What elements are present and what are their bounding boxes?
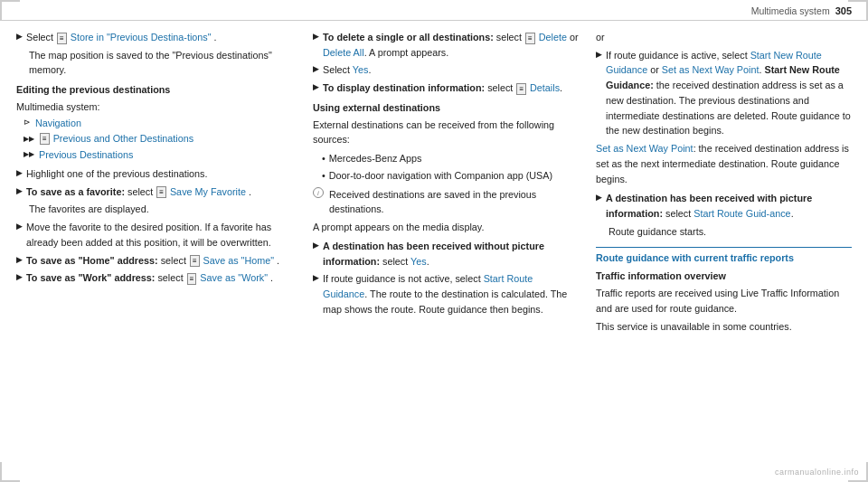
arrow-icon-yes: ▶ xyxy=(313,63,319,76)
yes-link: Yes xyxy=(353,64,369,75)
traffic-section-title: Route guidance with current traffic repo… xyxy=(596,250,852,266)
set-next-explanation: Set as Next Way Point: the received dest… xyxy=(596,141,852,186)
delete-all-link: Delete All xyxy=(323,47,364,58)
step-delete-text: To delete a single or all destinations: … xyxy=(323,30,580,60)
arrow-icon-intro: ▶ xyxy=(16,31,23,43)
traffic-text-1: Traffic reports are received using Live … xyxy=(596,286,852,316)
step-display-info: ▶ To display destination information: se… xyxy=(313,80,580,96)
save-favorite-label: To save as a favorite: xyxy=(26,186,125,197)
arrow-icon-work: ▶ xyxy=(16,271,23,284)
step-delete: ▶ To delete a single or all destinations… xyxy=(313,30,580,60)
step-save-work-text: To save as "Work" address: select ≡ Save… xyxy=(26,270,273,286)
corner-decoration-tr xyxy=(848,0,868,20)
bullet-dot-2: • xyxy=(322,168,326,184)
using-heading: Using external destinations xyxy=(313,100,580,116)
editing-sub: Multimedia system: xyxy=(16,99,297,115)
save-my-favorite-link: Save My Favorite xyxy=(170,186,246,197)
step-received-with-pic-text: A destination has been received with pic… xyxy=(606,191,852,221)
save-home-link: Save as "Home" xyxy=(203,255,274,266)
no-pic-label: A destination has been received without … xyxy=(323,241,544,267)
yes-link-2: Yes xyxy=(410,256,427,267)
watermark: carmanualonline.info xyxy=(775,468,859,477)
step-received-with-pic: ▶ A destination has been received with p… xyxy=(596,191,852,221)
step-received-no-pic: ▶ A destination has been received withou… xyxy=(313,239,580,269)
bullet-dot-1: • xyxy=(322,151,326,166)
step-active-guidance: ▶ If route guidance is active, select St… xyxy=(596,48,852,138)
arrow-icon-info: ▶ xyxy=(313,81,319,94)
menu-icon-work: ≡ xyxy=(187,273,197,285)
info-note-row: i Received destinations are saved in the… xyxy=(313,187,580,217)
menu-icon-details: ≡ xyxy=(516,83,526,95)
bullet-door-to-door: • Door-to-door navigation with Companion… xyxy=(322,168,580,184)
step-highlight: ▶ Highlight one of the previous destinat… xyxy=(16,166,297,182)
corner-decoration-bl xyxy=(0,462,20,482)
or-text: or xyxy=(596,30,852,45)
nav-arrow-1: ⊳ xyxy=(24,117,31,129)
step-move-favorite: ▶ Move the favorite to the desired posit… xyxy=(16,220,297,250)
editing-heading: Editing the previous destinations xyxy=(16,82,297,98)
using-intro: External destinations can be received fr… xyxy=(313,118,580,147)
menu-icon-del: ≡ xyxy=(525,33,535,44)
menu-icon-home: ≡ xyxy=(190,255,200,267)
details-link: Details xyxy=(530,82,560,93)
step-save-work: ▶ To save as "Work" address: select ≡ Sa… xyxy=(16,270,297,286)
nav-item-previous-other: ▶▶ ≡ Previous and Other Destinations xyxy=(24,131,297,146)
display-info-label: To display destination information: xyxy=(323,82,485,93)
middle-column: ▶ To delete a single or all destinations… xyxy=(313,30,580,467)
traffic-heading: Traffic information overview xyxy=(596,269,852,284)
arrow-icon-no-pic: ▶ xyxy=(313,240,319,252)
section-label: Multimedia system xyxy=(751,5,830,16)
save-work-link: Save as "Work" xyxy=(200,272,268,283)
section-divider xyxy=(596,247,852,248)
menu-icon-nav: ≡ xyxy=(40,133,50,145)
set-next-way-link: Set as Next Way Point xyxy=(596,143,693,154)
menu-icon-fav: ≡ xyxy=(156,186,166,198)
arrow-icon-with-pic: ▶ xyxy=(596,192,602,204)
step-move-text: Move the favorite to the desired positio… xyxy=(26,220,297,250)
delete-label: To delete a single or all destinations: xyxy=(323,32,494,43)
prompt-note: A prompt appears on the media display. xyxy=(313,220,580,235)
page-header: Multimedia system 305 xyxy=(0,0,868,21)
nav-label-previous-other: Previous and Other Destinations xyxy=(53,131,193,146)
step-select-yes: ▶ Select Yes. xyxy=(313,62,580,78)
save-home-label: To save as "Home" address: xyxy=(26,255,158,266)
set-next-link: Set as Next Way Point xyxy=(662,64,760,75)
step-select-yes-text: Select Yes. xyxy=(323,62,371,78)
info-note-text: Received destinations are saved in the p… xyxy=(329,187,580,217)
arrow-icon-favorite: ▶ xyxy=(16,185,23,198)
traffic-text-2: This service is unavailable in some coun… xyxy=(596,319,852,335)
arrow-icon-home: ▶ xyxy=(16,254,23,267)
nav-tree: ⊳ Navigation ▶▶ ≡ Previous and Other Des… xyxy=(24,116,297,163)
nav-label-previous-dest: Previous Destinations xyxy=(39,147,133,163)
start-route-link: Start Route Guidance xyxy=(323,273,533,299)
delete-link: Delete xyxy=(539,32,567,43)
step-not-active: ▶ If route guidance is not active, selec… xyxy=(313,271,580,317)
step-not-active-text: If route guidance is not active, select … xyxy=(323,271,580,317)
step-save-favorite: ▶ To save as a favorite: select ≡ Save M… xyxy=(16,184,297,200)
favorites-note: The favorites are displayed. xyxy=(29,202,297,217)
intro-text: Select ≡ Store in "Previous Destina-tion… xyxy=(26,30,217,45)
store-link: Store in "Previous Destina-tions" xyxy=(71,32,212,43)
nav-item-navigation: ⊳ Navigation xyxy=(24,116,297,131)
step-display-info-text: To display destination information: sele… xyxy=(323,80,562,96)
step-active-text: If route guidance is active, select Star… xyxy=(606,48,852,138)
step-save-home-text: To save as "Home" address: select ≡ Save… xyxy=(26,253,279,269)
menu-icon-intro: ≡ xyxy=(57,33,67,44)
arrow-icon-highlight: ▶ xyxy=(16,167,23,180)
step-save-favorite-text: To save as a favorite: select ≡ Save My … xyxy=(26,184,251,200)
start-route-guid-link: Start Route Guid-ance xyxy=(693,208,790,219)
intro-bullet: ▶ Select ≡ Store in "Previous Destina-ti… xyxy=(16,30,297,45)
arrow-icon-active: ▶ xyxy=(596,49,602,61)
step-highlight-text: Highlight one of the previous destinatio… xyxy=(26,166,207,182)
nav-arrow-2: ▶▶ xyxy=(24,134,34,145)
right-column: or ▶ If route guidance is active, select… xyxy=(596,30,852,467)
nav-arrow-3: ▶▶ xyxy=(24,149,34,160)
bullet-mercedes: • Mercedes-Benz Apps xyxy=(322,151,580,166)
route-starts-note: Route guidance starts. xyxy=(609,224,852,240)
corner-decoration-tl xyxy=(0,0,20,20)
info-icon: i xyxy=(313,187,324,198)
arrow-icon-delete: ▶ xyxy=(313,31,319,43)
step-received-no-pic-text: A destination has been received without … xyxy=(323,239,580,269)
left-column: ▶ Select ≡ Store in "Previous Destina-ti… xyxy=(16,30,297,467)
arrow-icon-move: ▶ xyxy=(16,221,23,233)
